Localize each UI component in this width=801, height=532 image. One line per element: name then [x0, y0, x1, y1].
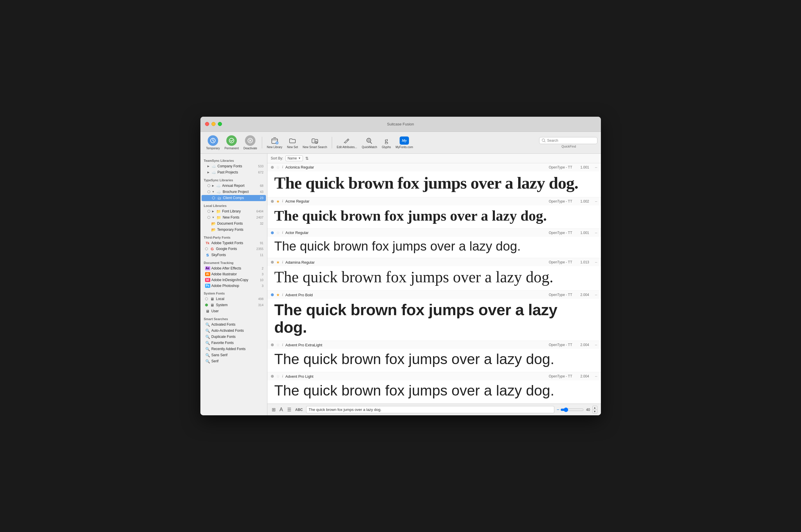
sidebar-item-local[interactable]: 🖥 Local 498 — [200, 296, 267, 302]
third-party-header: Third-Party Fonts — [200, 233, 267, 240]
sidebar-item-skyfonts[interactable]: S SkyFonts 11 — [200, 252, 267, 258]
search-input[interactable] — [547, 138, 588, 142]
info-button[interactable]: i — [282, 165, 283, 169]
font-version: 1.001 — [575, 231, 589, 235]
sidebar-item-new-fonts[interactable]: 📁 New Fonts 2407 — [200, 214, 267, 221]
typekit-icon: Tk — [205, 241, 210, 245]
sidebar-item-adobe-photoshop[interactable]: Ps Adobe Photoshop 3 — [200, 283, 267, 289]
sidebar-item-brochure-project[interactable]: ☁️ Brochure Project 43 — [200, 189, 267, 195]
font-name: Advent Pro Light — [286, 374, 535, 379]
separator-1 — [262, 137, 262, 148]
info-button[interactable]: i — [282, 260, 283, 265]
sidebar-item-recently-added[interactable]: 🔍 Recently Added Fonts — [200, 346, 267, 352]
info-button[interactable]: i — [282, 343, 283, 347]
edit-attributes-label: Edit Attributes... — [337, 146, 357, 149]
font-meta-advent-pro-light: ☆ i Advent Pro Light OpenType - TT 2.004… — [267, 372, 601, 380]
grid-view-button[interactable]: ⊞ — [271, 406, 276, 413]
sidebar-item-sans-serif[interactable]: 🔍 Sans Serif — [200, 352, 267, 358]
font-type: OpenType - TT — [538, 165, 572, 169]
sort-select[interactable]: Name ▼ — [286, 155, 303, 161]
sidebar-item-font-library[interactable]: 📁 Font Library 6404 — [200, 208, 267, 214]
new-set-button[interactable]: New Set — [285, 135, 300, 150]
info-button[interactable]: i — [282, 230, 283, 235]
new-library-button[interactable]: New Library — [265, 135, 285, 150]
sidebar-item-adobe-after-effects[interactable]: Ae Adobe After Effects 2 — [200, 265, 267, 271]
sidebar-item-activated-fonts[interactable]: 🔍 Activated Fonts — [200, 322, 267, 328]
text-view-button[interactable]: A — [279, 406, 284, 414]
main-content: TeamSync Libraries ☁️ Company Fonts 533 … — [200, 154, 601, 415]
star-button[interactable]: ★ — [276, 292, 280, 297]
myfonts-button[interactable]: My MyFonts.com — [393, 135, 415, 150]
star-button[interactable]: ★ — [276, 199, 280, 204]
sidebar-item-document-fonts[interactable]: 📂 Document Fonts 32 — [200, 221, 267, 227]
doc-tracking-header: Document Tracking — [200, 258, 267, 265]
preview-text-input[interactable] — [306, 406, 554, 413]
font-type: OpenType - TT — [538, 200, 572, 204]
font-meta-actor: ☆ i Actor Regular OpenType - TT 1.001 -- — [267, 229, 601, 237]
sidebar-item-adobe-indesign[interactable]: Id Adobe InDesign/InCopy 10 — [200, 277, 267, 283]
font-preview-advent-pro-light: The quick brown fox jumps over a lazy do… — [267, 380, 601, 403]
sidebar-item-user[interactable]: 🖥 User — [200, 308, 267, 314]
sidebar-item-duplicate-fonts[interactable]: 🔍 Duplicate Fonts — [200, 334, 267, 340]
font-type: OpenType - TT — [538, 231, 572, 235]
list-view-button[interactable]: ☰ — [286, 406, 292, 413]
sidebar-item-adobe-typekit[interactable]: Tk Adobe Typekit Fonts 91 — [200, 240, 267, 246]
sidebar-item-google-fonts[interactable]: G Google Fonts 2355 — [200, 246, 267, 252]
sidebar-item-annual-report[interactable]: ☁️ Annual Report 68 — [200, 183, 267, 189]
size-controls: − 40 ▲ ▼ — [557, 406, 597, 414]
window-title: Suitcase Fusion — [387, 122, 414, 126]
deactivate-button[interactable]: Deactivate — [241, 134, 259, 151]
permanent-button[interactable]: Permanent — [222, 134, 241, 151]
temporary-button[interactable]: Temporary — [204, 134, 222, 151]
client-comps-label: Client Comps — [223, 196, 259, 200]
sidebar-item-past-projects[interactable]: ☁️ Past Projects 672 — [200, 169, 267, 175]
search-folder-icon: 🔍 — [205, 335, 210, 339]
sidebar-item-favorite-fonts[interactable]: 🔍 Favorite Fonts — [200, 340, 267, 346]
new-smart-search-button[interactable]: New Smart Search — [300, 135, 329, 150]
info-button[interactable]: i — [282, 199, 283, 204]
info-button[interactable]: i — [282, 293, 283, 297]
edit-attributes-button[interactable]: Edit Attributes... — [334, 135, 360, 150]
adobe-photoshop-count: 3 — [261, 284, 263, 287]
quick-match-button[interactable]: QuickMatch — [360, 135, 380, 150]
sort-dropdown-arrow: ▼ — [298, 156, 301, 160]
sort-order-toggle[interactable]: ⇅ — [305, 156, 309, 160]
adobe-illustrator-label: Adobe Illustrator — [212, 272, 261, 276]
size-down-button[interactable]: ▼ — [593, 410, 597, 413]
abc-view-button[interactable]: ABC — [294, 407, 304, 413]
font-name: Advent Pro ExtraLight — [286, 343, 535, 347]
star-button[interactable]: ☆ — [276, 165, 280, 170]
zoom-button[interactable] — [218, 122, 222, 126]
search-box[interactable] — [539, 137, 597, 144]
brochure-project-count: 43 — [260, 190, 263, 193]
sidebar-item-auto-activated[interactable]: 🔍 Auto-Activated Fonts — [200, 328, 267, 334]
preview-text: The quick brown fox jumps over a lazy do… — [274, 208, 594, 224]
sidebar-item-serif[interactable]: 🔍 Serif — [200, 358, 267, 364]
sidebar-item-system[interactable]: 🖥 System 314 — [200, 302, 267, 308]
glyphs-button[interactable]: g Glyphs — [380, 135, 393, 150]
star-button[interactable]: ★ — [276, 260, 280, 265]
search-area: QuickFind — [539, 137, 597, 148]
info-button[interactable]: i — [282, 374, 283, 379]
search-icon — [542, 138, 546, 142]
font-meta-advent-pro-bold: ★ i Advent Pro Bold OpenType - TT 2.004 … — [267, 291, 601, 299]
size-minus[interactable]: − — [557, 407, 559, 412]
status-bullet — [207, 184, 210, 187]
close-button[interactable] — [205, 122, 209, 126]
permanent-icon — [226, 135, 237, 146]
new-library-label: New Library — [267, 146, 282, 149]
star-button[interactable]: ☆ — [276, 343, 280, 347]
sidebar-item-client-comps[interactable]: 🗂 Client Comps 23 — [202, 195, 266, 201]
sidebar-item-temporary-fonts[interactable]: 📂 Temporary Fonts — [200, 227, 267, 233]
monitor-icon: 🖥 — [205, 309, 210, 314]
myfonts-label: MyFonts.com — [396, 146, 413, 149]
minimize-button[interactable] — [212, 122, 216, 126]
star-button[interactable]: ☆ — [276, 230, 280, 235]
star-button[interactable]: ☆ — [276, 374, 280, 379]
sidebar-item-company-fonts[interactable]: ☁️ Company Fonts 533 — [200, 163, 267, 169]
font-name: Acme Regular — [286, 199, 535, 204]
sidebar-item-adobe-illustrator[interactable]: Ai Adobe Illustrator 3 — [200, 271, 267, 277]
chevron-icon — [212, 216, 215, 219]
size-slider[interactable] — [560, 407, 584, 412]
size-up-button[interactable]: ▲ — [593, 406, 597, 410]
